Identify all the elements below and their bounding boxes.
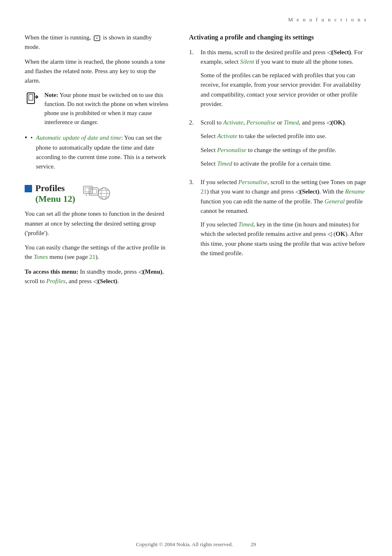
silent-italic: Silent: [240, 58, 254, 65]
note-content: Your phone must be switched on to use th…: [44, 92, 168, 125]
right-column: Activating a profile and changing its se…: [181, 33, 392, 291]
item3-content: If you selected Personalise, scroll to t…: [201, 178, 367, 261]
svg-rect-7: [85, 188, 91, 192]
item1-sub: Some of the profiles can be replaced wit…: [201, 71, 367, 109]
bullet-marker: •: [30, 133, 32, 171]
note-label: Note:: [44, 92, 58, 98]
num-3: 3.: [189, 178, 197, 261]
num-2: 2.: [189, 118, 197, 172]
select3-bold: (Select): [300, 188, 319, 195]
blue-square-icon: [25, 185, 32, 192]
numbered-item-2: 2. Scroll to Activate, Personalise or Ti…: [189, 118, 367, 172]
ok1-bold: (OK): [331, 119, 345, 126]
item2-content: Scroll to Activate, Personalise or Timed…: [201, 118, 367, 172]
access-heading-label: To access this menu:: [25, 268, 78, 275]
numbered-item-3: 3. If you selected Personalise, scroll t…: [189, 178, 367, 261]
access-para: To access this menu: In standby mode, pr…: [25, 267, 168, 286]
item3-sub: If you selected Timed, key in the time (…: [201, 220, 367, 258]
tones-italic: Tones: [34, 254, 48, 260]
item2-text: Scroll to Activate, Personalise or Timed…: [201, 119, 346, 126]
rename-italic: Rename: [345, 188, 365, 195]
page: M e n u f u n c t i o n s When the timer…: [0, 0, 392, 556]
left-column: When the timer is running, is shown in s…: [0, 33, 181, 291]
note-box: Note: Your phone must be switched on to …: [25, 90, 168, 127]
bullet-list: • Automatic update of date and time: You…: [25, 133, 168, 171]
timer-icon: [93, 35, 101, 42]
general-italic: General: [325, 198, 345, 205]
num-1: 1.: [189, 48, 197, 113]
profiles-heading2: (Menu 12): [35, 194, 75, 204]
page-link-21[interactable]: 21: [89, 254, 95, 260]
item2-sub1: Select Activate to take the selected pro…: [201, 132, 367, 141]
note-icon-svg: [25, 91, 40, 107]
profiles-icon-svg: [83, 185, 111, 203]
profiles-para1: You can set all the phone tones to funct…: [25, 209, 168, 238]
sym1: ◁: [327, 49, 332, 55]
page-footer: Copyright © 2004 Nokia. All rights reser…: [0, 541, 392, 548]
activating-heading: Activating a profile and changing its se…: [189, 33, 367, 42]
menu-bold: (Menu): [143, 268, 163, 275]
personalise-italic3: Personalise: [238, 179, 267, 185]
svg-rect-10: [91, 189, 97, 194]
profiles-heading1: Profiles: [35, 183, 65, 194]
activate-italic2: Activate: [217, 133, 237, 139]
note-text: Note: Your phone must be switched on to …: [44, 90, 168, 127]
page-header: M e n u f u n c t i o n s: [0, 12, 392, 23]
menu-sym: ◁: [138, 269, 143, 275]
footer-copyright: Copyright © 2004 Nokia. All rights reser…: [136, 541, 233, 547]
profiles-section-header: Profiles (Menu 12): [25, 183, 168, 204]
svg-rect-9: [89, 188, 98, 195]
numbered-item-1: 1. In this menu, scroll to the desired p…: [189, 48, 367, 113]
svg-point-2: [97, 38, 97, 39]
note-icon: [25, 91, 40, 107]
numbered-list: 1. In this menu, scroll to the desired p…: [189, 48, 367, 262]
item2-sub2: Select Personalise to change the setting…: [201, 145, 367, 155]
item3-text: If you selected Personalise, scroll to t…: [201, 179, 366, 214]
sym4: ◁: [327, 231, 332, 237]
personalise-italic1: Personalise: [247, 119, 276, 126]
profiles-title-line1: Profiles: [25, 183, 75, 194]
item1-content: In this menu, scroll to the desired prof…: [201, 48, 367, 113]
bullet-italic: Automatic update of date and time: [36, 134, 121, 141]
activate-italic1: Activate: [223, 119, 243, 126]
item2-sub3: Select Timed to activate the profile for…: [201, 159, 367, 168]
ok2-bold: OK: [336, 231, 345, 237]
select1-bold: (Select): [332, 49, 351, 55]
profiles-italic: Profiles: [46, 278, 66, 284]
profile-icons: [83, 185, 111, 203]
page-link-21b[interactable]: 21: [201, 188, 207, 195]
profiles-title: Profiles (Menu 12): [25, 183, 75, 204]
select-bold: (Select): [98, 278, 117, 284]
select-sym: ◁: [93, 278, 98, 284]
personalise-italic2: Personalise: [217, 147, 246, 153]
item1-text: In this menu, scroll to the desired prof…: [201, 49, 363, 65]
svg-rect-4: [29, 95, 33, 100]
activating-section: Activating a profile and changing its se…: [189, 33, 367, 261]
bullet-item-auto-update: • Automatic update of date and time: You…: [25, 133, 168, 171]
sym2: ◁: [327, 120, 331, 126]
timed-italic1: Timed: [284, 119, 299, 126]
sym3: ◁: [295, 189, 300, 195]
timed-italic2: Timed: [217, 160, 232, 167]
profiles-para2: You can easily change the settings of th…: [25, 243, 168, 262]
timed-italic3: Timed: [238, 221, 254, 228]
footer-pagenum: 29: [251, 541, 256, 547]
header-text: M e n u f u n c t i o n s: [288, 16, 367, 23]
main-columns: When the timer is running, is shown in s…: [0, 33, 392, 291]
bullet-text: Automatic update of date and time: You c…: [36, 133, 168, 171]
alarm-para: When the alarm time is reached, the phon…: [25, 57, 168, 86]
svg-rect-6: [83, 186, 92, 194]
timer-para: When the timer is running, is shown in s…: [25, 33, 168, 52]
profiles-title-line2: (Menu 12): [25, 194, 75, 204]
